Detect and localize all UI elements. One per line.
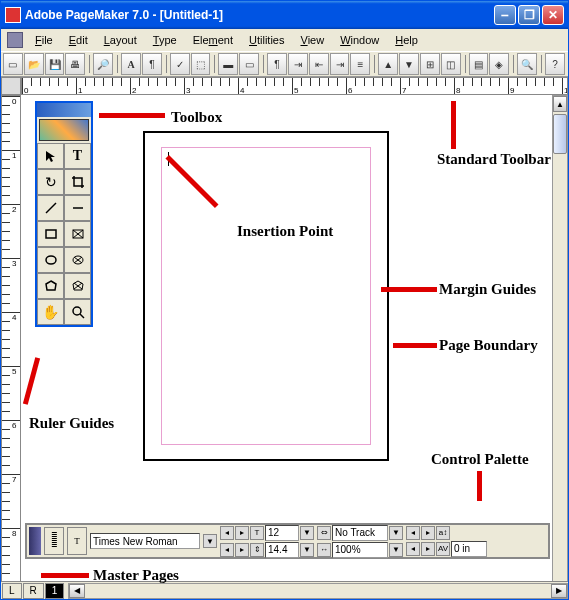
toolbar-pilcrow[interactable]: ¶ <box>267 53 287 75</box>
rotate-tool[interactable]: ↻ <box>37 169 64 195</box>
vertical-scrollbar[interactable]: ▲ ▼ <box>552 95 568 599</box>
page-bar: L R 1 ◀ ▶ <box>1 581 568 599</box>
toolbar-plugin[interactable]: ◈ <box>489 53 509 75</box>
toolbox-titlebar[interactable] <box>37 103 91 117</box>
kern-decrease[interactable]: ◂ <box>406 526 420 540</box>
toolbar-textwrap[interactable]: ◫ <box>441 53 461 75</box>
toolbar-link[interactable]: ⬚ <box>191 53 211 75</box>
line-tool[interactable] <box>37 195 64 221</box>
svg-line-15 <box>80 314 84 318</box>
toolbar-spell[interactable]: ✓ <box>170 53 190 75</box>
toolbar-front[interactable]: ▲ <box>378 53 398 75</box>
width-dropdown-icon[interactable]: ▼ <box>389 543 403 557</box>
kern-increase[interactable]: ▸ <box>421 526 435 540</box>
window-controls: ‒ ❐ ✕ <box>494 5 564 25</box>
width-field[interactable] <box>332 542 388 558</box>
size-field[interactable] <box>265 525 299 541</box>
menu-type[interactable]: Type <box>145 32 185 48</box>
size-decrease[interactable]: ◂ <box>220 526 234 540</box>
app-window: Adobe PageMaker 7.0 - [Untitled-1] ‒ ❐ ✕… <box>0 0 569 600</box>
master-left-tab[interactable]: L <box>2 583 22 599</box>
hand-tool[interactable]: ✋ <box>37 299 64 325</box>
toolbar-tab[interactable]: ⇥ <box>288 53 308 75</box>
font-dropdown-icon[interactable]: ▼ <box>203 534 217 548</box>
menu-file[interactable]: FFileile <box>27 32 61 48</box>
scroll-up-icon[interactable]: ▲ <box>553 96 567 112</box>
menu-help[interactable]: Help <box>387 32 426 48</box>
track-dropdown-icon[interactable]: ▼ <box>389 526 403 540</box>
horizontal-ruler[interactable]: 012345678910 <box>21 77 568 95</box>
annotation-standard-toolbar: Standard Toolbar <box>437 151 551 168</box>
app-icon <box>5 7 21 23</box>
menu-layout[interactable]: Layout <box>96 32 145 48</box>
kern-decrease2[interactable]: ◂ <box>406 542 420 556</box>
callout-line <box>477 471 482 501</box>
rectangle-frame-tool[interactable] <box>64 221 91 247</box>
polygon-frame-tool[interactable] <box>64 273 91 299</box>
minimize-button[interactable]: ‒ <box>494 5 516 25</box>
toolbar-pict[interactable]: ▤ <box>469 53 489 75</box>
page[interactable] <box>143 131 389 461</box>
size-dropdown-icon[interactable]: ▼ <box>300 526 314 540</box>
menubar: FFileile Edit Layout Type Element Utilit… <box>1 29 568 51</box>
vertical-ruler[interactable]: 012345678910 <box>1 95 21 599</box>
crop-tool[interactable] <box>64 169 91 195</box>
text-tool[interactable]: T <box>64 143 91 169</box>
toolbar-char[interactable]: A <box>121 53 141 75</box>
rectangle-tool[interactable] <box>37 221 64 247</box>
kern-increase2[interactable]: ▸ <box>421 542 435 556</box>
menu-edit[interactable]: Edit <box>61 32 96 48</box>
pointer-tool[interactable] <box>37 143 64 169</box>
polygon-tool[interactable] <box>37 273 64 299</box>
leading-dropdown-icon[interactable]: ▼ <box>300 543 314 557</box>
annotation-master-pages: Master Pages <box>93 567 179 584</box>
char-mode-button[interactable]: T <box>67 527 87 555</box>
maximize-button[interactable]: ❐ <box>518 5 540 25</box>
ellipse-frame-tool[interactable] <box>64 247 91 273</box>
toolbar-zoom[interactable]: 🔍 <box>517 53 537 75</box>
menu-utilities[interactable]: Utilities <box>241 32 292 48</box>
constrained-line-tool[interactable] <box>64 195 91 221</box>
scroll-left-icon[interactable]: ◀ <box>69 584 85 598</box>
palette-close[interactable] <box>29 527 41 555</box>
kern-icon: AV <box>436 542 450 556</box>
document-icon[interactable] <box>7 32 23 48</box>
toolbar-save[interactable]: 💾 <box>45 53 65 75</box>
menu-view[interactable]: View <box>292 32 332 48</box>
track-icon: ⇔ <box>317 526 331 540</box>
toolbar-open[interactable]: 📂 <box>24 53 44 75</box>
leading-decrease[interactable]: ◂ <box>220 543 234 557</box>
toolbar-find[interactable]: 🔎 <box>93 53 113 75</box>
horizontal-scrollbar[interactable]: ◀ ▶ <box>68 583 568 599</box>
leading-increase[interactable]: ▸ <box>235 543 249 557</box>
close-button[interactable]: ✕ <box>542 5 564 25</box>
paragraph-mode-button[interactable]: ≣≣ <box>44 527 64 555</box>
zoom-tool[interactable] <box>64 299 91 325</box>
leading-field[interactable] <box>265 542 299 558</box>
scroll-right-icon[interactable]: ▶ <box>551 584 567 598</box>
font-field[interactable] <box>90 533 200 549</box>
ellipse-tool[interactable] <box>37 247 64 273</box>
toolbar-help[interactable]: ? <box>545 53 565 75</box>
page-1-tab[interactable]: 1 <box>45 583 65 599</box>
toolbar-new[interactable]: ▭ <box>3 53 23 75</box>
toolbar-align[interactable]: ≡ <box>350 53 370 75</box>
toolbar-print[interactable]: 🖶 <box>65 53 85 75</box>
toolbar-back[interactable]: ▼ <box>399 53 419 75</box>
toolbar-stroke[interactable]: ▭ <box>239 53 259 75</box>
menu-window[interactable]: Window <box>332 32 387 48</box>
size-increase[interactable]: ▸ <box>235 526 249 540</box>
ruler-origin[interactable] <box>1 77 21 95</box>
workspace: 012345678910 012345678910 ▲ ▼ T ↻ <box>1 77 568 599</box>
toolbar-outdent[interactable]: ⇤ <box>309 53 329 75</box>
annotation-margin-guides: Margin Guides <box>439 281 536 298</box>
toolbar-fill[interactable]: ▬ <box>218 53 238 75</box>
master-right-tab[interactable]: R <box>23 583 44 599</box>
tracking-field[interactable] <box>332 525 388 541</box>
toolbar-para[interactable]: ¶ <box>142 53 162 75</box>
toolbar-group[interactable]: ⊞ <box>420 53 440 75</box>
menu-element[interactable]: Element <box>185 32 241 48</box>
kerning-field[interactable] <box>451 541 487 557</box>
scroll-thumb[interactable] <box>553 114 567 154</box>
toolbar-indent[interactable]: ⇥ <box>330 53 350 75</box>
